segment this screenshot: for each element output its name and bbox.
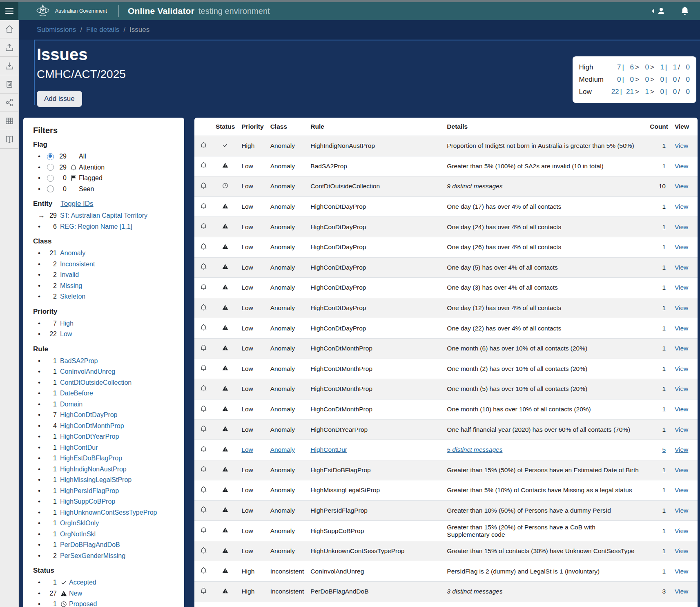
row-bell-button[interactable]	[200, 324, 207, 331]
rule-item-label[interactable]: HighPersIdFlagProp	[60, 486, 119, 497]
rule-item-label[interactable]: HighContDur	[60, 442, 98, 453]
share-button[interactable]	[0, 94, 18, 112]
summary-count[interactable]: 0	[668, 74, 677, 86]
view-issue-link[interactable]: View	[675, 243, 688, 250]
issue-details[interactable]: 5 distinct messages	[447, 446, 502, 453]
flag-option-flagged-label[interactable]: Flagged	[79, 173, 103, 184]
summary-count[interactable]: 0	[625, 74, 634, 86]
entity-item-label[interactable]: ST: Australian Capital Territory	[60, 210, 147, 221]
issue-priority[interactable]: Low	[241, 446, 253, 453]
breadcrumb-submissions[interactable]: Submissions	[37, 26, 76, 34]
view-issue-link[interactable]: View	[675, 547, 688, 554]
status-item-proposed-label[interactable]: Proposed	[69, 599, 97, 607]
view-issue-link[interactable]: View	[675, 365, 688, 372]
summary-count[interactable]: 1	[640, 86, 649, 98]
row-bell-button[interactable]	[200, 344, 207, 351]
summary-count[interactable]: 7	[613, 61, 621, 74]
class-item-label[interactable]: Missing	[60, 281, 82, 292]
view-issue-link[interactable]: View	[675, 466, 688, 473]
row-bell-button[interactable]	[200, 547, 207, 554]
summary-count[interactable]: 1	[668, 61, 677, 74]
row-bell-button[interactable]	[200, 527, 207, 533]
radio-unselected[interactable]	[47, 164, 54, 171]
view-issue-link[interactable]: View	[675, 325, 688, 332]
upload-button[interactable]	[0, 38, 18, 57]
view-issue-link[interactable]: View	[675, 385, 688, 392]
summary-count[interactable]: 0	[613, 74, 621, 86]
rule-item-label[interactable]: OrgNotInSkl	[60, 529, 96, 540]
rule-item-label[interactable]: HighConDtYearProp	[60, 431, 119, 442]
row-bell-button[interactable]	[200, 203, 207, 210]
rule-item-label[interactable]: HighSuppCoBProp	[60, 496, 115, 507]
class-item-label[interactable]: Skeleton	[60, 291, 85, 302]
row-bell-button[interactable]	[200, 243, 207, 250]
summary-count[interactable]: 0	[681, 74, 690, 86]
class-item-label[interactable]: Anomaly	[60, 248, 85, 259]
rule-item-label[interactable]: ConInvolAndUnreg	[60, 366, 115, 377]
row-bell-button[interactable]	[200, 223, 207, 230]
row-bell-button[interactable]	[200, 162, 207, 169]
rule-item-label[interactable]: Domain	[60, 399, 82, 410]
toggle-ids-link[interactable]: Toggle IDs	[60, 200, 93, 208]
summary-count[interactable]: 0	[681, 86, 690, 98]
summary-count[interactable]: 0	[681, 61, 690, 74]
rule-item-label[interactable]: PerSexGenderMissing	[60, 551, 125, 562]
row-bell-button[interactable]	[200, 142, 207, 149]
view-issue-link[interactable]: View	[675, 304, 688, 311]
summary-count[interactable]: 0	[655, 86, 664, 98]
data-table-button[interactable]	[0, 112, 18, 130]
flag-option-all-label[interactable]: All	[79, 151, 86, 162]
rule-item-label[interactable]: HighConDtMonthProp	[60, 421, 124, 432]
rule-item-label[interactable]: HighEstDoBFlagProp	[60, 453, 122, 464]
view-issue-link[interactable]: View	[675, 264, 688, 271]
rule-item-label[interactable]: DateBefore	[60, 388, 93, 399]
reports-button[interactable]	[0, 75, 18, 94]
summary-count[interactable]: 0	[640, 61, 649, 74]
view-issue-link[interactable]: View	[675, 527, 688, 534]
radio-unselected[interactable]	[47, 175, 54, 182]
user-menu-button[interactable]	[651, 7, 666, 16]
row-bell-button[interactable]	[200, 486, 207, 493]
row-bell-button[interactable]	[200, 182, 207, 189]
view-issue-link[interactable]: View	[675, 223, 688, 230]
summary-count[interactable]: 1	[655, 61, 664, 74]
rule-item-label[interactable]: HighIndigNonAustProp	[60, 464, 127, 475]
summary-count[interactable]: 0	[668, 86, 677, 98]
view-issue-link[interactable]: View	[675, 142, 688, 149]
rule-item-label[interactable]: HighMissingLegalStProp	[60, 475, 132, 486]
view-issue-link[interactable]: View	[675, 183, 688, 190]
class-item-label[interactable]: Invalid	[60, 270, 79, 281]
download-button[interactable]	[0, 57, 18, 75]
radio-selected[interactable]	[47, 153, 54, 160]
summary-count[interactable]: 0	[655, 74, 664, 86]
home-button[interactable]	[0, 20, 18, 38]
view-issue-link[interactable]: View	[675, 486, 688, 493]
row-bell-button[interactable]	[200, 304, 207, 311]
view-issue-link[interactable]: View	[675, 446, 688, 453]
flag-option-seen-label[interactable]: Seen	[79, 184, 94, 195]
flag-option-attention-label[interactable]: Attention	[79, 162, 105, 173]
summary-count[interactable]: 21	[623, 86, 634, 98]
row-bell-button[interactable]	[200, 364, 207, 371]
priority-item-label[interactable]: Low	[60, 329, 72, 340]
view-issue-link[interactable]: View	[675, 426, 688, 433]
issue-class[interactable]: Anomaly	[270, 446, 295, 453]
view-issue-link[interactable]: View	[675, 507, 688, 514]
view-issue-link[interactable]: View	[675, 406, 688, 413]
entity-item-label[interactable]: REG: Region Name [1,1]	[60, 221, 132, 232]
row-bell-button[interactable]	[200, 385, 207, 392]
radio-unselected[interactable]	[47, 185, 54, 192]
view-issue-link[interactable]: View	[675, 568, 688, 575]
priority-item-label[interactable]: High	[60, 318, 74, 329]
summary-count[interactable]: 22	[609, 86, 619, 98]
view-issue-link[interactable]: View	[675, 284, 688, 291]
breadcrumb-file-details[interactable]: File details	[86, 26, 119, 34]
row-bell-button[interactable]	[200, 405, 207, 412]
notifications-bell-icon[interactable]	[680, 6, 689, 16]
view-issue-link[interactable]: View	[675, 203, 688, 210]
status-item-accepted-label[interactable]: Accepted	[69, 577, 96, 588]
status-item-new-label[interactable]: New	[69, 588, 82, 599]
row-bell-button[interactable]	[200, 425, 207, 432]
row-bell-button[interactable]	[200, 506, 207, 513]
rule-item-label[interactable]: ContDtOutsideCollection	[60, 377, 132, 388]
